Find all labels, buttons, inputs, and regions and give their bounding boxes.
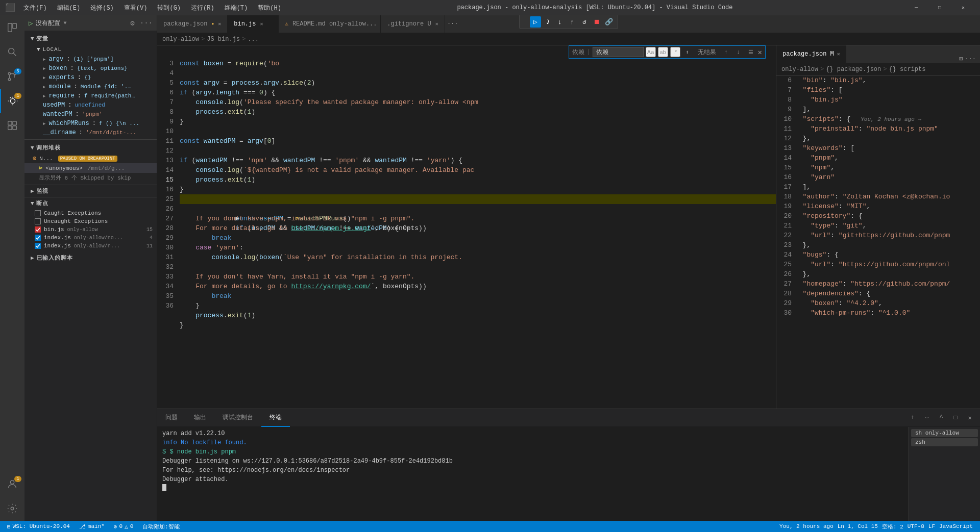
right-tab-package-json[interactable]: package.json M ✕	[776, 45, 846, 63]
activity-settings[interactable]	[0, 496, 24, 521]
menu-goto[interactable]: 转到(G)	[153, 3, 185, 13]
variables-header[interactable]: ▼ 变量	[24, 33, 157, 44]
debug-play-button[interactable]: ▷	[29, 19, 33, 28]
bp-indexjs1-checkbox[interactable]	[35, 235, 41, 241]
bottom-max-btn[interactable]: □	[949, 412, 962, 424]
var-usedPM[interactable]: usedPM: undefined	[24, 100, 157, 110]
tab-gitignore[interactable]: .gitignore U ✕	[381, 15, 445, 33]
bp-caught[interactable]: Caught Exceptions	[24, 209, 157, 217]
right-bc-root[interactable]: only-allow	[781, 66, 818, 73]
breadcrumb-file[interactable]: JS bin.js	[207, 36, 240, 43]
debug-settings-icon[interactable]: ⚙	[130, 19, 134, 28]
local-header[interactable]: ▼ Local	[24, 44, 157, 55]
activity-search[interactable]	[0, 40, 24, 64]
call-stack-thread[interactable]: ⚙ N... PAUSED ON BREAKPOINT	[24, 154, 157, 163]
right-bc-key[interactable]: {} scripts	[889, 66, 925, 73]
tab-output[interactable]: 输出	[186, 409, 214, 427]
tab-close-button[interactable]: ✕	[218, 21, 221, 27]
breakpoints-header[interactable]: ▼ 断点	[24, 197, 157, 209]
bp-uncaught[interactable]: Uncaught Exceptions	[24, 217, 157, 225]
var-boxen[interactable]: ▶ boxen : {text, options}	[24, 64, 157, 73]
status-blame[interactable]: You, 2 hours ago	[777, 521, 836, 532]
close-button[interactable]: ✕	[951, 0, 975, 15]
tab-bin-js[interactable]: bin.js ✕	[228, 15, 279, 33]
search-icon-extra[interactable]: ⬆	[682, 47, 693, 57]
toolbar-stepout[interactable]: ↑	[567, 16, 578, 28]
minimize-button[interactable]: ─	[904, 0, 928, 15]
toolbar-restart[interactable]: ↺	[579, 16, 590, 28]
terminal-zsh[interactable]: zsh	[911, 438, 978, 446]
status-language[interactable]: JavaScript	[937, 521, 975, 532]
call-stack-skipped[interactable]: 显示另外 6 个 Skipped by skip	[24, 173, 157, 183]
search-down[interactable]: ↓	[733, 47, 744, 57]
status-wsl[interactable]: ⊞ WSL: Ubuntu-20.04	[5, 521, 72, 532]
status-errors[interactable]: ⊗ 0 △ 0	[112, 521, 135, 532]
var-argv[interactable]: ▶ argv : (1) ['pnpm']	[24, 55, 157, 64]
debug-more-icon[interactable]: ···	[140, 19, 153, 27]
call-stack-header[interactable]: ▼ 调用堆栈	[24, 142, 157, 154]
status-branch[interactable]: ⎇ main*	[77, 521, 107, 532]
bp-binjs[interactable]: bin.js only-allow 15	[24, 225, 157, 234]
bp-indexjs2-checkbox[interactable]	[35, 243, 41, 249]
toolbar-stop[interactable]: ⏹	[591, 16, 602, 28]
menu-help[interactable]: 帮助(H)	[254, 3, 285, 13]
status-line-ending[interactable]: LF	[926, 521, 937, 532]
menu-file[interactable]: 文件(F)	[19, 3, 51, 13]
right-more-btn[interactable]: ···	[965, 56, 976, 63]
breadcrumb-more[interactable]: ...	[248, 36, 259, 43]
search-match-case[interactable]: Aa	[646, 47, 656, 57]
terminal-sh[interactable]: sh only-allow	[911, 429, 978, 437]
search-up[interactable]: ↑	[721, 47, 731, 57]
bp-uncaught-checkbox[interactable]	[35, 218, 41, 224]
right-split-btn[interactable]: ⊞	[959, 55, 963, 63]
right-tab-close[interactable]: ✕	[837, 51, 840, 57]
tab-terminal[interactable]: 终端	[261, 409, 290, 427]
tab-close-button[interactable]: ✕	[260, 21, 263, 27]
scripts-header[interactable]: ▶ 已输入的脚本	[24, 252, 157, 264]
activity-debug[interactable]: 1	[0, 89, 24, 113]
toolbar-stepinto[interactable]: ↓	[554, 16, 566, 28]
tab-package-json-left[interactable]: package.json ● ✕	[157, 15, 228, 33]
bottom-close-btn[interactable]: ✕	[964, 412, 976, 424]
status-encoding[interactable]: UTF-8	[905, 521, 926, 532]
code-content[interactable]: const boxen = require('bo const argv = p…	[178, 59, 776, 409]
search-options[interactable]: ☰	[746, 47, 756, 57]
bp-indexjs1[interactable]: index.js only-allow/no... 4	[24, 234, 157, 242]
activity-explorer[interactable]	[0, 15, 24, 40]
status-indent[interactable]: 空格: 2	[880, 521, 905, 532]
menu-view[interactable]: 查看(V)	[120, 3, 152, 13]
bp-indexjs2[interactable]: index.js only-allow/n... 11	[24, 242, 157, 250]
toolbar-stepover[interactable]: ⤸	[542, 16, 553, 28]
var-wantedPM[interactable]: wantedPM: 'pnpm'	[24, 110, 157, 119]
toolbar-extra[interactable]: 🔗	[603, 16, 615, 28]
status-cursor[interactable]: Ln 1, Col 15	[836, 521, 880, 532]
status-auto-attach[interactable]: 自动附加:智能	[140, 521, 182, 532]
var-dirname[interactable]: __dirname: '/mnt/d/git-...	[24, 128, 157, 137]
menu-select[interactable]: 选择(S)	[86, 3, 118, 13]
var-module[interactable]: ▶ module: Module {id: '.'}	[24, 82, 157, 91]
right-code-content[interactable]: "bin": "bin.js", "files": [ "bin.js" ], …	[795, 75, 980, 409]
bottom-split-btn[interactable]: ⌣	[921, 412, 933, 424]
maximize-button[interactable]: □	[928, 0, 951, 15]
debug-config-arrow[interactable]: ▼	[63, 20, 66, 26]
search-close[interactable]: ✕	[758, 48, 762, 57]
bp-binjs-checkbox[interactable]	[35, 226, 41, 233]
search-regex[interactable]: .*	[670, 47, 680, 57]
watch-header[interactable]: ▶ 监视	[24, 185, 157, 197]
var-exports[interactable]: ▶ exports: {}	[24, 73, 157, 82]
tab-overflow-btn[interactable]: ···	[445, 15, 460, 33]
search-input[interactable]	[593, 47, 644, 57]
right-bc-file[interactable]: {} package.json	[826, 66, 881, 73]
activity-extensions[interactable]	[0, 113, 24, 138]
var-whichPMRuns[interactable]: ▶ whichPMRuns: f () {\n ...	[24, 119, 157, 128]
tab-close-button[interactable]: ✕	[435, 21, 438, 27]
terminal-content[interactable]: yarn add v1.22.10 info No lockfile found…	[157, 427, 909, 521]
menu-terminal[interactable]: 终端(T)	[220, 3, 252, 13]
breadcrumb-root[interactable]: only-allow	[162, 36, 199, 43]
tab-debug-console[interactable]: 调试控制台	[214, 409, 261, 427]
activity-accounts[interactable]: 1	[0, 472, 24, 496]
var-require[interactable]: ▶ require: f require(path...)	[24, 91, 157, 100]
call-stack-frame-0[interactable]: ⊳ <anonymous> /mnt/d/g...	[24, 163, 157, 173]
menu-run[interactable]: 运行(R)	[187, 3, 218, 13]
activity-source-control[interactable]: 5	[0, 64, 24, 89]
